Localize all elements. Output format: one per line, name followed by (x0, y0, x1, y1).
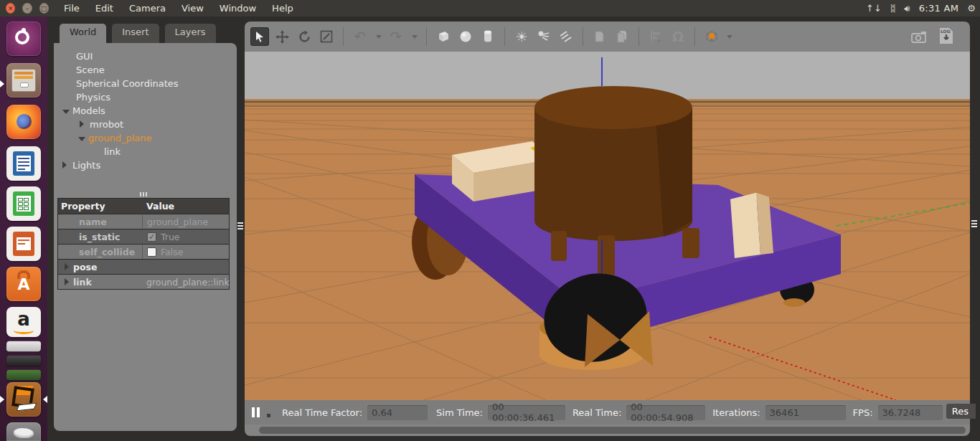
expander-right-icon[interactable] (65, 278, 69, 285)
copy-button[interactable] (590, 27, 609, 46)
view-angle-button[interactable] (702, 27, 721, 46)
is-static-checkbox[interactable]: ✓ (147, 232, 156, 242)
step-button[interactable] (267, 414, 270, 417)
tab-insert[interactable]: Insert (112, 24, 159, 43)
tree-item-gui[interactable]: GUI (54, 49, 237, 63)
tree-item-ground-plane[interactable]: ground_plane (54, 131, 237, 145)
launcher-ubuntu-dash[interactable] (6, 22, 41, 56)
real-time-factor-field: Real Time Factor: 0.64 (282, 405, 428, 420)
property-row-link[interactable]: link ground_plane::link (58, 274, 229, 289)
network-icon[interactable]: ↑↓ (866, 3, 882, 14)
bottom-scroll-strip (245, 425, 970, 436)
tree-item-lights[interactable]: Lights (54, 158, 237, 172)
menu-file[interactable]: File (57, 1, 86, 15)
insert-box-button[interactable] (434, 27, 453, 46)
undo-history-button[interactable] (373, 27, 383, 46)
robot-tan-board[interactable] (730, 193, 773, 258)
running-marker (0, 80, 4, 87)
spot-light-button[interactable] (534, 27, 553, 46)
paste-icon (615, 29, 629, 44)
expander-right-icon[interactable] (65, 263, 69, 270)
translate-tool-button[interactable] (273, 27, 291, 46)
real-time-value: 00 00:00:54.908 (626, 405, 705, 420)
rotate-tool-button[interactable] (295, 27, 314, 46)
session-gear-icon[interactable]: ⚙ (967, 3, 976, 14)
undo-button[interactable]: ↶ (351, 27, 369, 46)
launcher-folded-app-3[interactable] (6, 370, 42, 380)
clock[interactable]: 6:31 AM (919, 3, 959, 14)
panel-tabs: World Insert Layers (60, 24, 216, 43)
launcher-firefox[interactable] (6, 105, 41, 139)
data-logger-button[interactable]: LOG (938, 27, 954, 47)
menu-help[interactable]: Help (265, 1, 300, 15)
toolbar-separator (504, 27, 505, 46)
menu-edit[interactable]: Edit (89, 1, 120, 15)
expander-down-icon[interactable] (62, 110, 70, 114)
menu-view[interactable]: View (175, 1, 210, 15)
firefox-icon (17, 114, 32, 129)
tab-layers[interactable]: Layers (165, 24, 216, 43)
expander-right-icon[interactable] (80, 120, 84, 128)
expander-down-icon[interactable] (78, 137, 85, 141)
pane-splitter-handle[interactable] (140, 192, 147, 196)
launcher-libreoffice-writer[interactable] (6, 146, 41, 181)
tree-item-scene[interactable]: Scene (54, 63, 237, 77)
spot-light-icon (537, 29, 551, 44)
sim-time-field: Sim Time: 00 00:00:36.461 (436, 405, 565, 420)
redo-history-button[interactable] (409, 27, 419, 46)
launcher-file-manager[interactable] (6, 63, 41, 98)
translate-icon (275, 30, 289, 44)
close-window-button[interactable]: ✕ (6, 3, 15, 14)
launcher-amazon[interactable]: a (6, 307, 41, 337)
horizontal-scrollbar[interactable] (259, 427, 966, 434)
property-row-pose[interactable]: pose (58, 259, 229, 274)
launcher-libreoffice-calc[interactable] (6, 186, 41, 221)
right-panel-splitter-handle[interactable] (971, 216, 977, 232)
directional-light-button[interactable] (557, 27, 575, 46)
tab-world[interactable]: World (60, 24, 106, 43)
volume-icon[interactable]: 🔊︎ (905, 3, 910, 14)
left-panel-splitter-handle[interactable] (237, 218, 243, 234)
paste-button[interactable] (613, 27, 631, 46)
minimize-window-button[interactable]: – (22, 3, 32, 14)
property-row-is-static[interactable]: is_static ✓True (58, 229, 229, 244)
tree-item-mrobot[interactable]: mrobot (54, 118, 237, 131)
screenshot-camera-icon[interactable] (911, 31, 928, 44)
launcher-folded-app-2[interactable] (6, 356, 42, 366)
point-light-button[interactable]: ☀ (512, 27, 531, 46)
redo-button[interactable]: ↷ (387, 27, 405, 46)
menu-window[interactable]: Window (213, 1, 263, 15)
insert-sphere-button[interactable] (456, 27, 475, 46)
view-angle-dropdown[interactable] (725, 27, 733, 46)
launcher-folded-app-1[interactable] (6, 341, 42, 351)
active-marker-right (43, 396, 47, 403)
menu-camera[interactable]: Camera (123, 1, 172, 15)
maximize-window-button[interactable]: □ (39, 3, 49, 14)
pause-button[interactable] (252, 407, 260, 417)
self-collide-checkbox[interactable]: ✓ (147, 247, 156, 257)
tree-item-models[interactable]: Models (54, 104, 237, 118)
launcher-gazebo[interactable] (6, 382, 41, 417)
property-row-name[interactable]: name ground_plane (58, 214, 229, 229)
snap-button[interactable]: Ω (669, 27, 687, 46)
box-icon (436, 29, 451, 44)
launcher-ubuntu-software[interactable]: A (6, 267, 41, 301)
launcher-trash[interactable] (6, 422, 41, 441)
reset-time-button[interactable]: Res (946, 404, 976, 419)
tree-item-link[interactable]: link (54, 145, 237, 158)
chevron-down-icon (412, 35, 418, 39)
tree-item-physics[interactable]: Physics (54, 90, 237, 104)
insert-cylinder-button[interactable] (479, 27, 497, 46)
align-icon (649, 29, 663, 44)
select-tool-button[interactable] (250, 27, 269, 46)
launcher-libreoffice-impress[interactable] (6, 227, 41, 261)
bluetooth-icon[interactable]: ᛥ (890, 3, 896, 14)
3d-viewport[interactable] (245, 52, 970, 400)
property-row-self-collide[interactable]: self_collide ✓False (58, 244, 229, 259)
scale-tool-button[interactable] (317, 27, 336, 46)
tree-item-spherical-coordinates[interactable]: Spherical Coordinates (54, 77, 237, 90)
fps-value: 36.7248 (878, 405, 943, 420)
expander-right-icon[interactable] (62, 161, 67, 169)
impress-presentation-icon (13, 232, 34, 256)
align-button[interactable] (646, 27, 665, 46)
